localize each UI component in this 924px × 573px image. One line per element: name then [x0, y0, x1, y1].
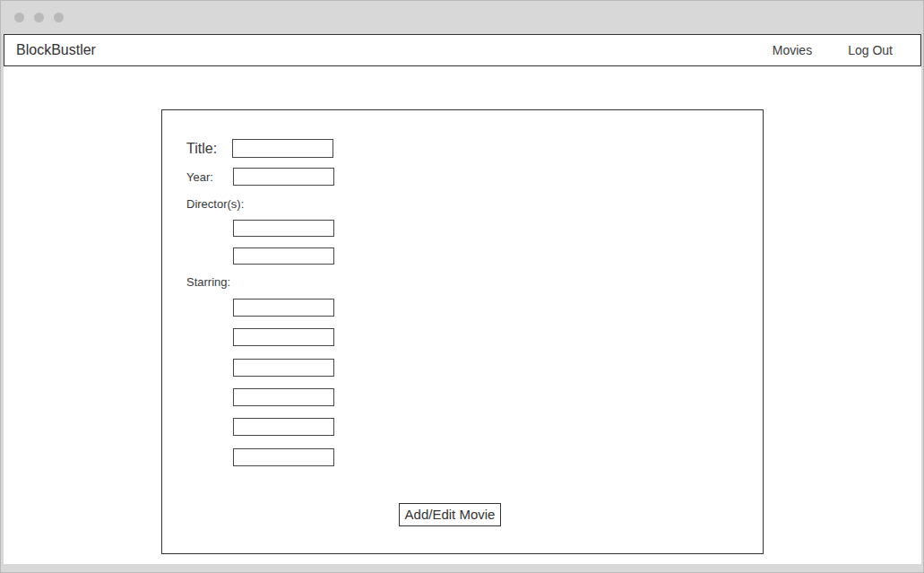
content-area: Title: Year: Director(s): Starring: Add/…	[4, 66, 921, 564]
title-label: Title:	[186, 139, 217, 158]
year-label: Year:	[186, 170, 213, 184]
movie-form: Title: Year: Director(s): Starring: Add/…	[161, 109, 764, 554]
navbar: BlockBustler Movies Log Out	[4, 34, 921, 66]
starring-input-1[interactable]	[233, 299, 334, 317]
starring-input-4[interactable]	[233, 388, 334, 406]
title-input[interactable]	[232, 139, 333, 158]
starring-label: Starring:	[186, 275, 230, 289]
window-control-dot-3[interactable]	[54, 13, 64, 22]
director-input-1[interactable]	[233, 220, 334, 237]
nav-links: Movies Log Out	[773, 43, 893, 57]
year-input[interactable]	[233, 168, 334, 186]
browser-window: BlockBustler Movies Log Out Title: Year:…	[0, 0, 924, 573]
window-control-dot-2[interactable]	[34, 13, 44, 22]
starring-input-3[interactable]	[233, 359, 334, 377]
window-control-dot-1[interactable]	[14, 13, 24, 22]
starring-input-5[interactable]	[233, 418, 334, 436]
nav-link-movies[interactable]: Movies	[773, 43, 812, 57]
nav-link-logout[interactable]: Log Out	[848, 43, 893, 57]
starring-input-2[interactable]	[233, 328, 334, 346]
directors-label: Director(s):	[186, 197, 244, 211]
starring-input-6[interactable]	[233, 448, 334, 466]
director-input-2[interactable]	[233, 247, 334, 265]
brand-title: BlockBustler	[16, 42, 96, 58]
add-edit-movie-button[interactable]: Add/Edit Movie	[399, 503, 501, 526]
window-titlebar	[1, 1, 923, 34]
